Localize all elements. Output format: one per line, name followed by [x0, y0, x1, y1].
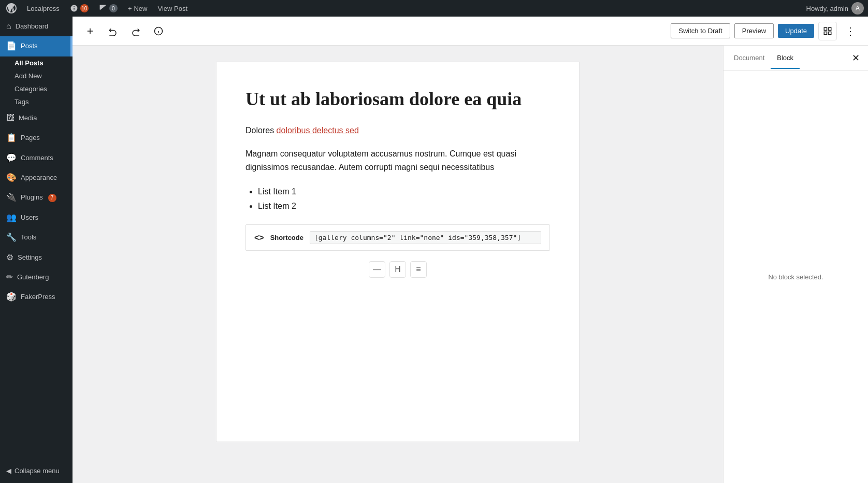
sidebar-submenu-add-new[interactable]: Add New	[15, 69, 73, 82]
tab-document[interactable]: Document	[728, 48, 771, 69]
paragraph-1-link[interactable]: doloribus delectus sed	[277, 126, 359, 135]
shortcode-value[interactable]: [gallery columns="2" link="none" ids="35…	[310, 231, 541, 244]
sidebar-item-pages[interactable]: 📋 Pages	[0, 128, 73, 148]
list-item[interactable]: List Item 2	[258, 199, 550, 214]
undo-button[interactable]	[104, 22, 122, 40]
plugins-badge: 7	[48, 194, 56, 202]
sidebar-submenu-categories[interactable]: Categories	[15, 82, 73, 95]
more-options-button[interactable]: ⋮	[841, 22, 860, 40]
paragraph-1[interactable]: Dolores doloribus delectus sed	[245, 124, 550, 137]
shortcode-icon: <>	[254, 233, 264, 243]
editor-toolbar: Switch to Draft Preview Update ⋮	[73, 17, 868, 46]
block-dash-button[interactable]: —	[369, 261, 385, 278]
block-heading-button[interactable]: H	[389, 261, 406, 278]
posts-submenu: All Posts Add New Categories Tags	[0, 56, 73, 108]
wp-logo-button[interactable]	[4, 0, 19, 17]
comments-icon: 💬	[6, 152, 17, 164]
admin-bar: Localpress 10 0 + New View Post Howdy, a…	[0, 0, 868, 17]
block-list-button[interactable]: ≡	[410, 261, 427, 278]
sidebar-item-tools[interactable]: 🔧 Tools	[0, 228, 73, 247]
block-inserter-row: — H ≡	[245, 261, 550, 278]
right-panel: Document Block ✕ No block selected.	[723, 46, 868, 483]
media-icon: 🖼	[6, 112, 15, 124]
sidebar-item-appearance[interactable]: 🎨 Appearance	[0, 168, 73, 188]
collapse-icon: ◀	[6, 467, 11, 475]
sidebar-item-dashboard[interactable]: ⌂ Dashboard	[0, 17, 73, 36]
paragraph-2[interactable]: Magnam consequatur voluptatem accusamus …	[245, 147, 550, 174]
panel-content: No block selected.	[724, 70, 868, 483]
redo-button[interactable]	[126, 22, 145, 40]
view-post-button[interactable]: View Post	[155, 0, 190, 17]
appearance-icon: 🎨	[6, 172, 17, 183]
avatar: A	[851, 2, 864, 15]
editor-and-panel: Ut ut ab laboriosam dolore ea quia Dolor…	[73, 46, 868, 483]
sidebar-submenu-tags[interactable]: Tags	[15, 95, 73, 108]
sidebar-item-media[interactable]: 🖼 Media	[0, 108, 73, 128]
sidebar-item-gutenberg[interactable]: ✏ Gutenberg	[0, 267, 73, 287]
comments-button[interactable]: 0	[97, 0, 120, 17]
svg-rect-5	[824, 27, 827, 30]
editor-canvas: Ut ut ab laboriosam dolore ea quia Dolor…	[216, 62, 579, 442]
pages-icon: 📋	[6, 132, 17, 144]
add-block-button[interactable]	[81, 22, 99, 40]
sidebar-item-posts[interactable]: 📄 Posts	[0, 36, 73, 56]
panel-header: Document Block ✕	[724, 46, 868, 70]
svg-rect-7	[829, 32, 831, 34]
sidebar-submenu-all-posts[interactable]: All Posts	[15, 56, 73, 69]
comments-count: 0	[109, 4, 118, 12]
fakerpress-icon: 🎲	[6, 291, 17, 303]
sidebar-item-comments[interactable]: 💬 Comments	[0, 148, 73, 168]
site-name[interactable]: Localpress	[25, 0, 62, 17]
admin-bar-right: Howdy, admin A	[806, 2, 864, 15]
gutenberg-icon: ✏	[6, 272, 13, 283]
shortcode-label: Shortcode	[270, 234, 303, 242]
posts-icon: 📄	[6, 40, 17, 52]
updates-count: 10	[80, 4, 89, 12]
update-button[interactable]: Update	[778, 24, 814, 38]
sidebar-item-plugins[interactable]: 🔌 Plugins 7	[0, 188, 73, 207]
sidebar-item-settings[interactable]: ⚙ Settings	[0, 248, 73, 267]
sidebar-item-users[interactable]: 👥 Users	[0, 208, 73, 228]
svg-rect-8	[824, 32, 827, 34]
plugins-icon: 🔌	[6, 192, 17, 203]
editor-wrapper: Switch to Draft Preview Update ⋮ Ut ut a…	[73, 17, 868, 483]
list-item[interactable]: List Item 1	[258, 184, 550, 200]
settings-icon: ⚙	[6, 252, 13, 263]
user-menu[interactable]: Howdy, admin A	[806, 2, 864, 15]
settings-panel-button[interactable]	[818, 22, 837, 40]
sidebar-item-fakerpress[interactable]: 🎲 FakerPress	[0, 287, 73, 307]
no-block-message: No block selected.	[768, 273, 823, 281]
main-layout: ⌂ Dashboard 📄 Posts All Posts Add New Ca…	[0, 17, 868, 483]
users-icon: 👥	[6, 212, 17, 223]
sidebar: ⌂ Dashboard 📄 Posts All Posts Add New Ca…	[0, 17, 73, 483]
panel-close-button[interactable]: ✕	[847, 50, 864, 66]
preview-button[interactable]: Preview	[734, 23, 774, 38]
tools-icon: 🔧	[6, 232, 17, 243]
shortcode-block[interactable]: <> Shortcode [gallery columns="2" link="…	[245, 224, 550, 251]
post-title[interactable]: Ut ut ab laboriosam dolore ea quia	[245, 87, 550, 111]
switch-to-draft-button[interactable]: Switch to Draft	[671, 23, 730, 38]
collapse-menu-button[interactable]: ◀ Collapse menu	[0, 463, 73, 479]
info-button[interactable]	[149, 22, 168, 40]
updates-button[interactable]: 10	[68, 0, 91, 17]
post-list[interactable]: List Item 1 List Item 2	[258, 184, 550, 215]
tab-block[interactable]: Block	[771, 48, 800, 69]
editor-content[interactable]: Ut ut ab laboriosam dolore ea quia Dolor…	[73, 46, 723, 483]
toolbar-right: Switch to Draft Preview Update ⋮	[671, 22, 860, 40]
svg-rect-6	[829, 27, 831, 30]
dashboard-icon: ⌂	[6, 21, 11, 32]
new-content-button[interactable]: + New	[126, 0, 150, 17]
